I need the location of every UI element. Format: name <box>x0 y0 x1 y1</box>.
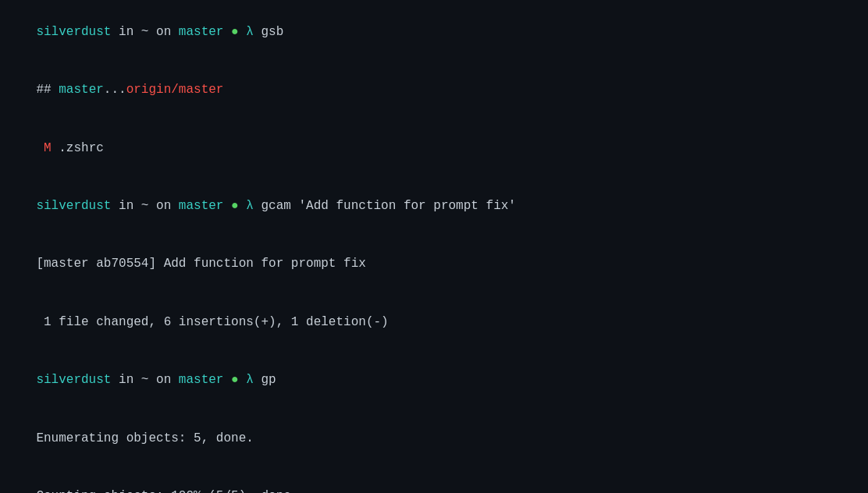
terminal-line: [master ab70554] Add function for prompt… <box>6 236 862 293</box>
prompt-user: silverdust <box>36 25 111 39</box>
prompt-tilde: ~ <box>141 373 149 387</box>
file-name: .zshrc <box>59 141 104 155</box>
prompt-lambda: λ <box>246 25 254 39</box>
cmd-text: gsb <box>254 25 283 39</box>
prompt-bullet: ● <box>223 25 246 39</box>
terminal-line: 1 file changed, 6 insertions(+), 1 delet… <box>6 293 862 351</box>
prompt-in: in <box>111 373 141 387</box>
prompt-on: on <box>148 199 178 213</box>
output-text: 1 file changed, 6 insertions(+), 1 delet… <box>36 315 388 329</box>
prompt-on: on <box>148 373 178 387</box>
prompt-bullet: ● <box>223 373 246 387</box>
terminal: silverdust in ~ on master ● λ gsb ## mas… <box>6 3 862 490</box>
prompt-lambda: λ <box>246 199 254 213</box>
terminal-line: silverdust in ~ on master ● λ gcam 'Add … <box>6 177 862 235</box>
prompt-in: in <box>111 25 141 39</box>
terminal-line: ## master...origin/master <box>6 61 862 119</box>
modified-marker: M <box>36 141 59 155</box>
prompt-tilde: ~ <box>141 199 149 213</box>
cmd-text: gp <box>254 373 276 387</box>
prompt-bullet: ● <box>223 199 246 213</box>
terminal-line: M .zshrc <box>6 119 862 177</box>
prompt-master: master <box>179 373 224 387</box>
output-text: ## <box>36 83 59 97</box>
prompt-master: master <box>179 199 224 213</box>
output-text: Counting objects: 100% (5/5), done. <box>36 489 298 493</box>
terminal-line: Counting objects: 100% (5/5), done. <box>6 467 862 493</box>
prompt-lambda: λ <box>246 373 254 387</box>
prompt-master: master <box>179 25 224 39</box>
terminal-line: silverdust in ~ on master ● λ gsb <box>6 3 862 61</box>
output-text: [master ab70554] Add function for prompt… <box>36 257 365 271</box>
prompt-user: silverdust <box>36 373 111 387</box>
origin-branch: origin/master <box>126 83 224 97</box>
output-text: Enumerating objects: 5, done. <box>36 431 253 445</box>
prompt-user: silverdust <box>36 199 111 213</box>
prompt-in: in <box>111 199 141 213</box>
output-text: ... <box>104 83 126 97</box>
prompt-on: on <box>148 25 178 39</box>
terminal-line: Enumerating objects: 5, done. <box>6 410 862 467</box>
branch-name: master <box>59 83 104 97</box>
terminal-line: silverdust in ~ on master ● λ gp <box>6 351 862 409</box>
cmd-text: gcam 'Add function for prompt fix' <box>254 199 516 213</box>
prompt-tilde: ~ <box>141 25 149 39</box>
